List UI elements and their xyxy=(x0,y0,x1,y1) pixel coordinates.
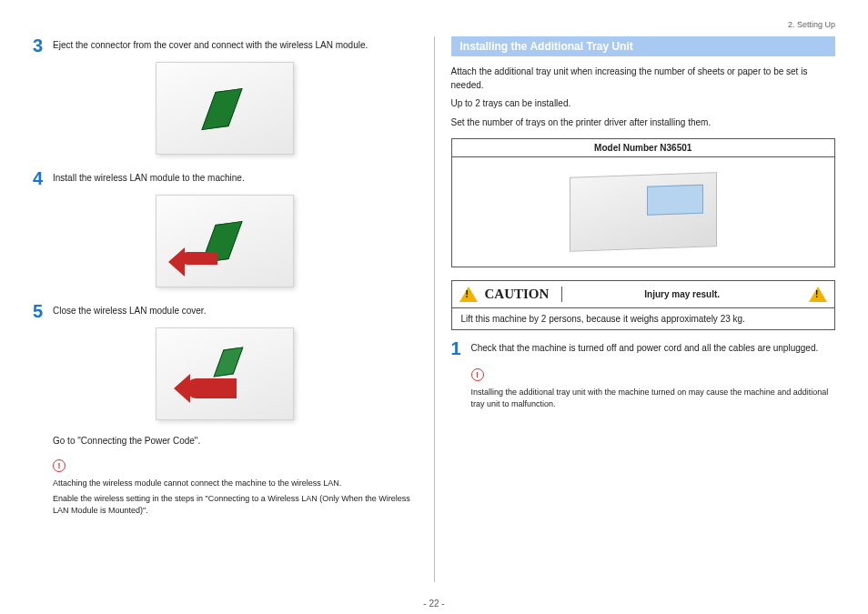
model-box: Model Number N36501 xyxy=(451,138,836,267)
warning-icon: ! xyxy=(471,368,484,381)
right-column: Installing the Additional Tray Unit Atta… xyxy=(439,36,849,582)
section-heading: Installing the Additional Tray Unit xyxy=(451,36,836,56)
warning-text: Installing the additional tray unit with… xyxy=(471,387,836,410)
step-text: Close the wireless LAN module cover. xyxy=(53,302,206,320)
breadcrumb: 2. Setting Up xyxy=(788,20,835,29)
intro-text: Up to 2 trays can be installed. xyxy=(451,97,836,111)
warning-text: Enable the wireless setting in the steps… xyxy=(53,493,418,517)
page-number: - 22 - xyxy=(20,599,848,609)
step-text: Eject the connector from the cover and c… xyxy=(53,36,368,55)
warning-text: Attaching the wireless module cannot con… xyxy=(53,478,418,489)
intro-text: Attach the additional tray unit when inc… xyxy=(451,65,836,92)
step-number: 5 xyxy=(33,302,53,320)
step-1: 1 Check that the machine is turned off a… xyxy=(451,339,836,357)
caution-triangle-icon: ! xyxy=(809,287,827,302)
step-3: 3 Eject the connector from the cover and… xyxy=(33,36,418,55)
caution-message: Injury may result. xyxy=(562,289,802,299)
step-text: Check that the machine is turned off and… xyxy=(471,339,819,357)
intro-text: Set the number of trays on the printer d… xyxy=(451,116,836,130)
figure-install-module xyxy=(33,195,418,287)
caution-box: ! CAUTION Injury may result. ! Lift this… xyxy=(451,280,836,330)
left-column: 3 Eject the connector from the cover and… xyxy=(20,36,430,582)
step-4: 4 Install the wireless LAN module to the… xyxy=(33,169,418,187)
figure-tray-unit xyxy=(452,157,835,267)
step-5: 5 Close the wireless LAN module cover. xyxy=(33,302,418,320)
caution-triangle-icon: ! xyxy=(459,287,478,302)
figure-close-cover xyxy=(33,327,418,420)
step-text: Install the wireless LAN module to the m… xyxy=(53,169,245,187)
model-number-header: Model Number N36501 xyxy=(452,139,835,157)
caution-label: CAUTION xyxy=(485,287,563,302)
step-number: 4 xyxy=(33,169,53,187)
goto-note: Go to "Connecting the Power Code". xyxy=(53,435,418,448)
step-number: 1 xyxy=(451,339,471,357)
step-number: 3 xyxy=(33,36,53,55)
warning-icon: ! xyxy=(53,459,66,472)
column-divider xyxy=(434,36,435,582)
caution-body: Lift this machine by 2 persons, because … xyxy=(452,308,835,329)
figure-eject-connector xyxy=(33,62,418,155)
